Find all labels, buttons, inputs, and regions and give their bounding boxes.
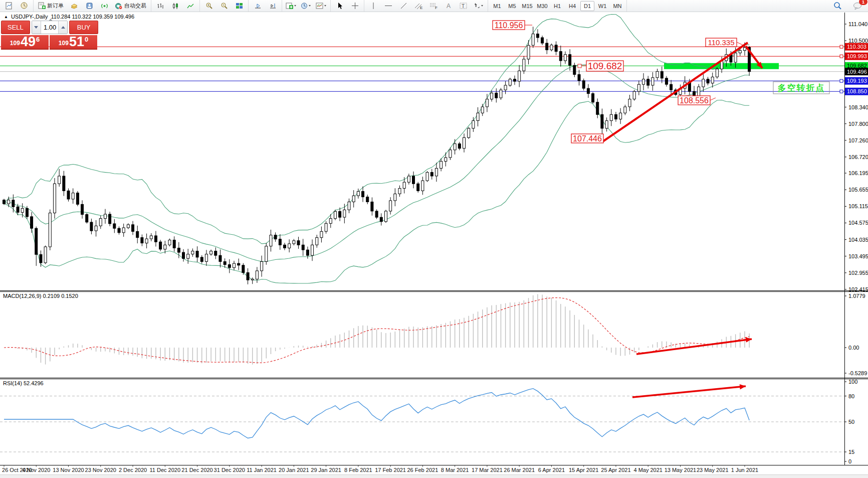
new-order-icon xyxy=(38,2,46,10)
rsi-tick-0: 0 xyxy=(848,458,851,464)
horizontal-line-button[interactable] xyxy=(381,1,395,11)
price-annotation-109.682: 109.682 xyxy=(588,61,622,71)
timeframe-button-M15[interactable]: M15 xyxy=(520,1,534,11)
date-label-14: 26 Feb 2021 xyxy=(407,467,438,473)
arrow-rsi[interactable] xyxy=(632,386,746,397)
data-window-button[interactable] xyxy=(82,1,96,11)
y-tick-103.495: 103.495 xyxy=(848,253,868,259)
autotrading-icon xyxy=(115,2,123,10)
bar-chart-button[interactable] xyxy=(153,1,167,11)
date-label-5: 2 Dec 2020 xyxy=(119,467,147,473)
level-handle[interactable] xyxy=(840,79,843,82)
timeframe-button-H1[interactable]: H1 xyxy=(550,1,564,11)
triangle-down-icon xyxy=(34,26,38,29)
timeframe-button-H4[interactable]: H4 xyxy=(565,1,579,11)
chart-canvas[interactable]: 110.956110.335109.682108.556107.446多空转折点… xyxy=(0,0,868,478)
price-annotation-108.556: 108.556 xyxy=(680,96,709,105)
sell-price[interactable]: 109 49 6 xyxy=(1,35,49,50)
zoom-in-button[interactable] xyxy=(202,1,216,11)
date-label-18: 6 Apr 2021 xyxy=(538,467,565,473)
level-handle[interactable] xyxy=(840,90,843,93)
date-label-2: 4 Nov 2020 xyxy=(22,467,50,473)
market-watch-button[interactable] xyxy=(67,1,81,11)
rsi-tick-15: 15 xyxy=(848,449,854,455)
fibonacci-button[interactable]: F xyxy=(426,1,441,11)
text-label-button[interactable]: T xyxy=(457,1,471,11)
chart-shift-button[interactable] xyxy=(266,1,280,11)
sell-button[interactable]: SELL xyxy=(1,21,30,34)
price-annotation-110.956: 110.956 xyxy=(495,21,523,30)
timeframe-button-MN[interactable]: MN xyxy=(610,1,624,11)
buy-price-pip: 0 xyxy=(85,36,88,43)
price-annotation-107.446: 107.446 xyxy=(573,134,602,143)
chart-shift-icon xyxy=(269,3,277,10)
trendline-main[interactable] xyxy=(603,43,748,141)
buy-price-big: 51 xyxy=(69,36,84,48)
collapse-icon[interactable]: ▲ xyxy=(4,15,8,19)
templates-button[interactable] xyxy=(314,1,328,11)
arrow-macd[interactable] xyxy=(636,339,752,354)
search-button[interactable] xyxy=(830,1,844,11)
navigator-icon xyxy=(101,2,108,10)
date-label-21: 4 May 2021 xyxy=(633,467,662,473)
macd-tick-0.00: 0.00 xyxy=(848,345,859,351)
y-tick-111.040: 111.040 xyxy=(848,21,867,27)
level-handle[interactable] xyxy=(840,45,843,48)
auto-scroll-button[interactable] xyxy=(251,1,265,11)
vertical-line-button[interactable] xyxy=(366,1,380,11)
text-button[interactable]: A xyxy=(442,1,456,11)
timeframe-button-M30[interactable]: M30 xyxy=(535,1,549,11)
volume-increase-button[interactable] xyxy=(58,21,67,34)
y-tick-106.720: 106.720 xyxy=(848,154,868,160)
zoom-out-icon xyxy=(221,2,228,10)
cursor-button[interactable] xyxy=(333,1,347,11)
level-handle[interactable] xyxy=(840,55,843,58)
date-label-11: 29 Jan 2021 xyxy=(311,467,341,473)
navigator-button[interactable] xyxy=(97,1,111,11)
price-badge-label: 109.496 xyxy=(847,69,867,75)
arrows-button[interactable] xyxy=(472,1,486,11)
rsi-tick-50: 50 xyxy=(848,419,854,425)
new-chart-button[interactable] xyxy=(2,1,16,11)
buy-price[interactable]: 109 51 0 xyxy=(50,35,97,50)
timeframe-button-M5[interactable]: M5 xyxy=(505,1,519,11)
timeframe-button-D1[interactable]: D1 xyxy=(580,1,594,11)
one-click-trade-panel: SELL 1.00 BUY 109 49 6 109 51 0 xyxy=(1,21,98,50)
autotrading-button[interactable]: 自动交易 xyxy=(112,1,149,11)
arrows-icon xyxy=(473,2,484,10)
symbol-ohlc-text: 110.284 110.322 109.359 109.496 xyxy=(51,14,134,20)
profiles-button[interactable] xyxy=(17,1,31,11)
search-icon xyxy=(833,2,842,10)
candlestick-chart-button[interactable] xyxy=(168,1,182,11)
periods-button[interactable] xyxy=(299,1,313,11)
volume-decrease-button[interactable] xyxy=(32,21,41,34)
date-label-3: 13 Nov 2020 xyxy=(53,467,84,473)
indicators-button[interactable] xyxy=(284,1,298,11)
notifications-button[interactable]: 1 xyxy=(850,1,864,11)
buy-button[interactable]: BUY xyxy=(69,21,98,34)
tile-windows-button[interactable] xyxy=(232,1,246,11)
crosshair-button[interactable] xyxy=(348,1,362,11)
date-label-13: 17 Feb 2021 xyxy=(375,467,406,473)
zoom-out-button[interactable] xyxy=(217,1,231,11)
volume-input[interactable]: 1.00 xyxy=(41,21,58,34)
date-label-23: 23 May 2021 xyxy=(697,467,729,473)
line-chart-button[interactable] xyxy=(183,1,197,11)
symbol-title: ▲ USDJPY-,Daily 110.284 110.322 109.359 … xyxy=(4,14,134,20)
timeframe-button-M1[interactable]: M1 xyxy=(490,1,504,11)
fibonacci-icon: F xyxy=(429,2,438,10)
autotrading-label: 自动交易 xyxy=(124,2,146,10)
new-order-label: 新订单 xyxy=(47,2,64,10)
cn-note-text: 多空转折点 xyxy=(778,83,825,93)
date-label-20: 25 Apr 2021 xyxy=(601,467,630,473)
equidistant-channel-button[interactable]: E xyxy=(411,1,425,11)
annotation-anchor-square[interactable] xyxy=(578,64,581,68)
timeframe-button-W1[interactable]: W1 xyxy=(595,1,609,11)
trendline-button[interactable] xyxy=(396,1,410,11)
date-label-9: 11 Jan 2021 xyxy=(247,467,277,473)
panel-collapse-icon[interactable] xyxy=(49,19,53,21)
macd-tick-1.0779: 1.0779 xyxy=(848,293,865,299)
top-toolbar: 新订单 自动交易 xyxy=(0,0,868,12)
new-order-button[interactable]: 新订单 xyxy=(36,1,66,11)
date-label-24: 1 Jun 2021 xyxy=(731,467,758,473)
